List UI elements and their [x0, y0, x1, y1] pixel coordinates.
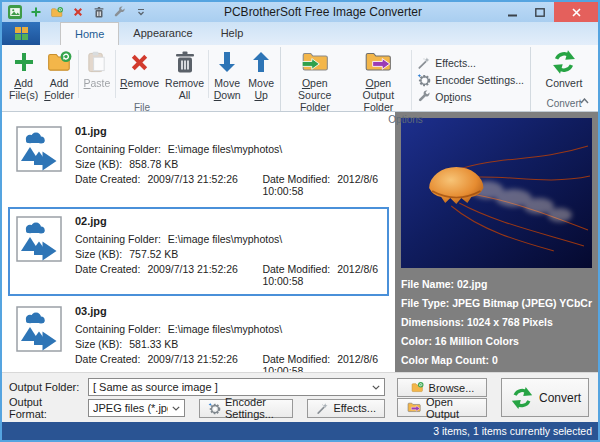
open-output-folder-icon	[363, 49, 393, 75]
open-source-folder-button[interactable]: Open SourceFolder	[283, 47, 346, 113]
app-window: PCBrotherSoft Free Image Converter Home …	[0, 0, 600, 442]
bottom-right-buttons: Browse... Open Output Convert	[397, 378, 591, 417]
add-files-button[interactable]: AddFile(s)	[6, 47, 41, 101]
output-settings: Output Folder: [ Same as source image ] …	[9, 378, 385, 417]
encoder-settings-label: Encoder Settings...	[435, 74, 524, 86]
remove-icon[interactable]	[70, 5, 85, 20]
remove-all-icon[interactable]	[91, 5, 106, 20]
encoder-settings-button[interactable]: Encoder Settings...	[417, 73, 524, 87]
move-up-button[interactable]: MoveUp	[244, 47, 278, 101]
bottom-bar: Output Folder: [ Same as source image ] …	[2, 372, 598, 422]
open-source-folder-icon	[300, 49, 330, 75]
chevron-down-icon	[172, 406, 180, 411]
tab-help[interactable]: Help	[207, 22, 258, 45]
convert-button[interactable]: Convert	[501, 378, 589, 417]
size-value: 757.52 KB	[129, 248, 178, 260]
quick-access-toolbar	[7, 5, 148, 20]
options-label: Options	[435, 91, 471, 103]
app-image-icon[interactable]	[7, 5, 22, 20]
file-details: 02.jpg Containing Folder:E:\image files\…	[75, 213, 393, 290]
file-list-item-01[interactable]: 01.jpg Containing Folder:E:\image files\…	[8, 117, 389, 206]
ribbon-group-options: Open SourceFolder Open OutputFolder Effe…	[282, 46, 529, 111]
add-file-icon[interactable]	[28, 5, 43, 20]
separator	[115, 50, 116, 98]
output-folder-value: [ Same as source image ]	[93, 381, 368, 393]
browse-label: Browse...	[429, 382, 475, 394]
folder-value: E:\image files\myphotos\	[168, 143, 282, 155]
move-down-button[interactable]: MoveDown	[210, 47, 244, 101]
output-format-combobox[interactable]: JPEG files (*.jpg)	[88, 399, 185, 417]
file-list-item-03[interactable]: 03.jpg Containing Folder:E:\image files\…	[8, 297, 389, 372]
tab-appearance[interactable]: Appearance	[119, 22, 206, 45]
encoder-settings-bottom-label: Encoder Settings...	[225, 396, 284, 420]
size-value: 858.78 KB	[129, 158, 178, 170]
convert-label: Convert	[546, 77, 583, 89]
move-down-label: MoveDown	[214, 77, 241, 101]
toolbar-more-icon[interactable]	[133, 5, 148, 20]
browse-button[interactable]: Browse...	[397, 378, 487, 397]
main-area: 01.jpg Containing Folder:E:\image files\…	[2, 112, 598, 372]
created-label: Date Created:	[75, 353, 140, 365]
preview-image-jellyfish	[401, 118, 592, 268]
open-output-folder-button[interactable]: Open OutputFolder	[346, 47, 410, 113]
folder-value: E:\image files\myphotos\	[168, 233, 282, 245]
output-folder-combobox[interactable]: [ Same as source image ]	[88, 378, 385, 396]
add-folder-label: AddFolder	[44, 77, 74, 101]
modified-label: Date Modified:	[262, 353, 330, 365]
info-file-name: File Name: 02.jpg	[401, 278, 592, 290]
browse-folder-icon	[410, 381, 425, 394]
effects-icon	[417, 56, 431, 70]
created-label: Date Created:	[75, 173, 140, 185]
minimize-button[interactable]	[498, 2, 526, 22]
info-color-map-count: Color Map Count: 0	[401, 354, 592, 366]
move-up-label: MoveUp	[248, 77, 274, 101]
close-button[interactable]	[554, 2, 598, 22]
application-menu-button[interactable]	[2, 22, 40, 45]
info-color: Color: 16 Million Colors	[401, 335, 592, 347]
convert-button-ribbon[interactable]: Convert	[543, 47, 586, 97]
arrow-up-icon	[251, 49, 271, 75]
open-output-button[interactable]: Open Output	[397, 398, 487, 417]
status-text: 3 items, 1 items currently selected	[433, 425, 592, 437]
remove-button[interactable]: Remove	[117, 47, 162, 101]
options-button[interactable]: Options	[417, 90, 524, 104]
folder-label: Containing Folder:	[75, 233, 161, 245]
file-name: 02.jpg	[75, 215, 393, 227]
tab-home[interactable]: Home	[60, 22, 119, 45]
modified-label: Date Modified:	[262, 173, 330, 185]
encoder-settings-button-bottom[interactable]: Encoder Settings...	[199, 399, 293, 418]
file-details: 03.jpg Containing Folder:E:\image files\…	[75, 303, 393, 372]
remove-label: Remove	[120, 77, 159, 89]
collapse-ribbon-chevron-icon[interactable]	[577, 95, 591, 107]
paste-button[interactable]: Paste	[80, 47, 114, 101]
effects-button[interactable]: Effects...	[417, 56, 524, 70]
options-icon[interactable]	[112, 5, 127, 20]
maximize-button[interactable]	[526, 2, 554, 22]
remove-all-label: RemoveAll	[165, 77, 204, 101]
convert-refresh-icon	[509, 385, 535, 411]
file-name: 01.jpg	[75, 125, 393, 137]
window-title: PCBrotherSoft Free Image Converter	[148, 5, 498, 19]
group-separator	[280, 47, 281, 111]
options-button-stack: Effects... Encoder Settings... Options	[413, 47, 528, 113]
add-folder-button[interactable]: AddFolder	[41, 47, 77, 101]
status-bar: 3 items, 1 items currently selected	[2, 422, 598, 440]
size-label: Size (KB):	[75, 158, 122, 170]
file-name: 03.jpg	[75, 305, 393, 317]
output-folder-label: Output Folder:	[9, 381, 82, 393]
title-bar: PCBrotherSoft Free Image Converter	[2, 2, 598, 22]
open-source-folder-label: Open SourceFolder	[286, 77, 343, 113]
gear-icon	[208, 402, 221, 415]
folder-label: Containing Folder:	[75, 143, 161, 155]
remove-all-button[interactable]: RemoveAll	[162, 47, 207, 101]
add-folder-icon[interactable]	[49, 5, 64, 20]
file-details: 01.jpg Containing Folder:E:\image files\…	[75, 123, 393, 200]
convert-button-label: Convert	[539, 391, 581, 405]
open-output-folder-icon	[406, 401, 422, 414]
file-list: 01.jpg Containing Folder:E:\image files\…	[2, 112, 395, 372]
created-value: 2009/7/13 21:52:26	[147, 353, 238, 365]
group-separator	[530, 47, 531, 111]
file-list-item-02[interactable]: 02.jpg Containing Folder:E:\image files\…	[8, 207, 389, 296]
ribbon-group-label-options: Options	[282, 113, 529, 126]
effects-button-bottom[interactable]: Effects...	[307, 399, 385, 418]
